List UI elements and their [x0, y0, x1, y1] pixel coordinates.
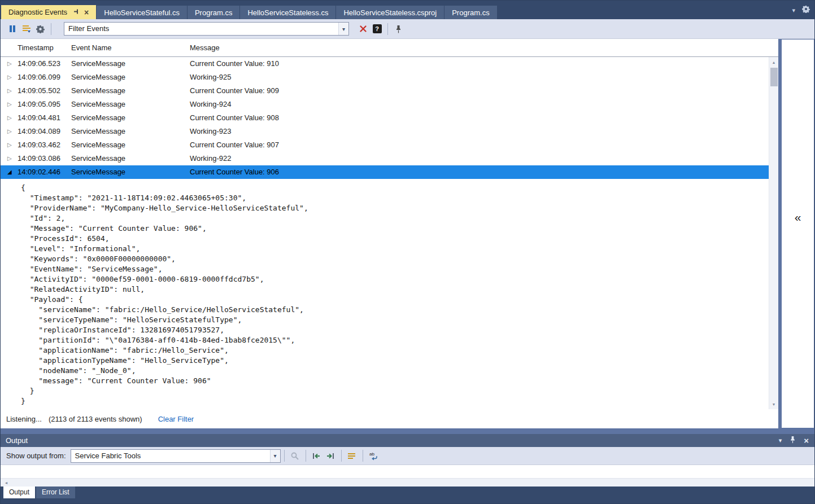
event-timestamp: 14:09:03.086 — [18, 152, 60, 165]
event-row[interactable]: ▷ ◢ 14:09:03.086 ServiceMessage Working-… — [1, 152, 769, 165]
document-tab[interactable]: HelloServiceStateful.cs — [97, 6, 187, 19]
help-icon: ? — [373, 24, 382, 33]
event-row[interactable]: ▷ ◢ 14:09:05.095 ServiceMessage Working-… — [1, 98, 769, 111]
toolbar-separator — [306, 450, 306, 462]
event-detail-json-line: { — [21, 183, 769, 193]
output-content[interactable] — [1, 465, 814, 478]
column-header-message[interactable]: Message — [190, 39, 220, 57]
row-expander[interactable]: ▷ ◢ — [7, 98, 12, 111]
filter-events-value[interactable]: Filter Events — [64, 23, 338, 35]
scroll-down-button[interactable]: ▼ — [769, 400, 778, 409]
event-detail-json-line: "Level": "Informational", — [21, 244, 769, 254]
toolbar-separator — [363, 450, 363, 462]
word-wrap-icon: ab — [369, 452, 378, 461]
events-status-bar: Listening... (2113 of 2113 events shown)… — [1, 409, 778, 428]
clear-filter-link[interactable]: Clear Filter — [158, 415, 194, 423]
scrollbar-thumb[interactable] — [770, 68, 778, 86]
document-tab[interactable]: Program.cs — [188, 6, 239, 19]
event-timestamp: 14:09:05.095 — [18, 98, 60, 111]
filter-events-combobox[interactable]: Filter Events ▾ — [64, 22, 349, 36]
tab-list-chevron-icon[interactable]: ▾ — [792, 7, 795, 14]
expander-expanded-icon: ◢ — [7, 169, 12, 175]
output-toolbar: Show output from: Service Fabric Tools ▾ — [1, 447, 814, 465]
event-row[interactable]: ▷ ◢ 14:09:06.099 ServiceMessage Working-… — [1, 71, 769, 84]
scroll-left-button[interactable]: ◄ — [2, 479, 11, 487]
clear-events-icon — [22, 24, 31, 33]
pause-icon — [8, 25, 16, 33]
expander-collapsed-icon: ▷ — [7, 128, 12, 134]
pause-button[interactable] — [5, 22, 19, 36]
previous-message-button[interactable] — [310, 449, 324, 463]
clear-all-output-button[interactable] — [345, 449, 359, 463]
row-expander[interactable]: ▷ ◢ — [7, 71, 12, 84]
document-tab[interactable]: HelloServiceStateless.csproj — [336, 6, 444, 19]
event-row[interactable]: ▷ ◢ 14:09:05.502 ServiceMessage Current … — [1, 84, 769, 98]
expand-panel-button[interactable]: « — [795, 211, 801, 224]
output-horizontal-scrollbar[interactable]: ◄ — [1, 478, 814, 487]
output-title-controls: ▾ × — [779, 434, 809, 447]
document-tab[interactable]: Program.cs — [444, 6, 496, 19]
filter-dropdown-button[interactable]: ▾ — [338, 23, 348, 35]
row-expander[interactable]: ▷ ◢ — [7, 138, 12, 152]
close-tab-icon[interactable]: × — [84, 8, 89, 16]
event-detail-json-line: "message": "Current Counter Value: 906" — [21, 376, 769, 386]
event-message: Current Counter Value: 910 — [190, 57, 279, 71]
clear-filter-button[interactable] — [356, 22, 370, 36]
row-expander[interactable]: ▷ ◢ — [7, 125, 12, 138]
chevron-down-icon: ▾ — [342, 26, 345, 32]
row-expander[interactable]: ▷ ◢ — [7, 152, 12, 165]
output-source-dropdown-button[interactable]: ▾ — [270, 450, 280, 462]
event-message: Current Counter Value: 906 — [190, 165, 279, 179]
event-detail-json-line: "ProcessId": 6504, — [21, 234, 769, 244]
next-message-button[interactable] — [324, 449, 338, 463]
event-timestamp: 14:09:05.502 — [18, 84, 60, 98]
event-row[interactable]: ▷ ◢ 14:09:02.446 ServiceMessage Current … — [1, 165, 769, 179]
row-expander[interactable]: ▷ ◢ — [7, 111, 12, 125]
expander-collapsed-icon: ▷ — [7, 87, 12, 94]
gear-icon — [36, 25, 45, 33]
row-expander[interactable]: ▷ ◢ — [7, 57, 12, 71]
output-source-value[interactable]: Service Fabric Tools — [71, 450, 270, 462]
event-message: Working-924 — [190, 98, 231, 111]
document-tab-label: Program.cs — [452, 8, 489, 17]
toggle-word-wrap-button[interactable]: ab — [367, 449, 381, 463]
toolbar-separator — [341, 450, 342, 462]
close-panel-icon[interactable]: × — [804, 436, 809, 445]
event-timestamp: 14:09:06.099 — [18, 71, 60, 84]
scroll-up-button[interactable]: ▲ — [769, 58, 778, 67]
document-tab[interactable]: Diagnostic Events × — [1, 5, 96, 19]
event-name: ServiceMessage — [71, 152, 125, 165]
document-tab-actions: × — [73, 8, 89, 17]
gear-icon[interactable] — [802, 5, 810, 15]
clear-events-button[interactable] — [19, 22, 33, 36]
event-row[interactable]: ▷ ◢ 14:09:04.089 ServiceMessage Working-… — [1, 125, 769, 138]
auto-hide-pin-icon[interactable] — [790, 436, 796, 445]
column-header-timestamp[interactable]: Timestamp — [18, 39, 54, 57]
help-button[interactable]: ? — [370, 22, 384, 36]
search-icon — [290, 452, 299, 461]
pin-tab-icon[interactable] — [73, 8, 80, 17]
events-table-header: Timestamp Event Name Message — [1, 39, 778, 57]
row-expander[interactable]: ▷ ◢ — [7, 84, 12, 98]
expander-collapsed-icon: ▷ — [7, 60, 12, 67]
event-row[interactable]: ▷ ◢ 14:09:06.523 ServiceMessage Current … — [1, 57, 769, 71]
find-message-button[interactable] — [288, 449, 302, 463]
document-tab[interactable]: HelloServiceStateless.cs — [240, 6, 335, 19]
event-detail-json-line: "Keywords": "0x0000F00000000000", — [21, 254, 769, 264]
window-position-chevron-icon[interactable]: ▾ — [779, 437, 782, 444]
event-timestamp: 14:09:04.089 — [18, 125, 60, 138]
row-expander[interactable]: ▷ ◢ — [7, 165, 12, 179]
event-name: ServiceMessage — [71, 165, 125, 179]
pin-toolbar-button[interactable] — [391, 22, 406, 36]
settings-button[interactable] — [33, 22, 47, 36]
panel-tab[interactable]: Error List — [36, 487, 75, 498]
output-title-bar[interactable]: Output ▾ × — [1, 434, 814, 447]
panel-tab[interactable]: Output — [3, 487, 35, 498]
diagnostic-events-toolbar: Filter Events ▾ ? — [1, 19, 814, 39]
event-row[interactable]: ▷ ◢ 14:09:03.462 ServiceMessage Current … — [1, 138, 769, 152]
horizontal-splitter[interactable] — [1, 428, 814, 434]
event-row[interactable]: ▷ ◢ 14:09:04.481 ServiceMessage Current … — [1, 111, 769, 125]
column-header-event-name[interactable]: Event Name — [71, 39, 112, 57]
events-vertical-scrollbar[interactable]: ▲ ▼ — [769, 57, 778, 409]
output-source-combobox[interactable]: Service Fabric Tools ▾ — [71, 449, 281, 463]
